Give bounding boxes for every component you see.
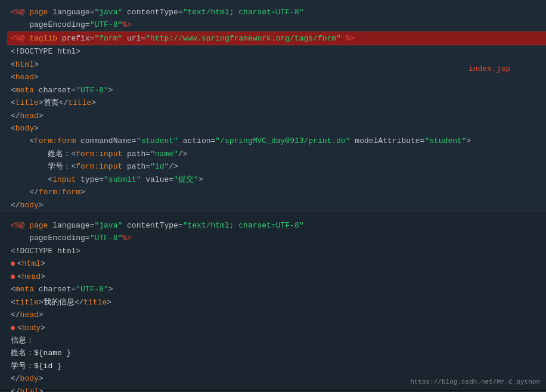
- code-token: "id": [150, 160, 169, 173]
- code-token: </: [11, 372, 20, 385]
- code-token: page: [29, 6, 48, 18]
- code-line: <meta charset="UTF-8">: [7, 84, 546, 97]
- code-line: <body>: [7, 322, 546, 334]
- code-token: title: [15, 296, 39, 309]
- code-token: >: [34, 122, 39, 135]
- code-token: >: [41, 257, 45, 270]
- code-token: <: [17, 322, 22, 334]
- code-token: body: [20, 199, 39, 211]
- code-token: >: [39, 199, 44, 211]
- code-token: form:input: [76, 148, 122, 160]
- code-line: pageEncoding="UTF-8"%>: [7, 232, 546, 244]
- code-token: %>: [122, 232, 132, 244]
- code-token: html: [22, 257, 41, 270]
- code-token: html: [15, 58, 34, 71]
- code-token: >: [107, 296, 111, 309]
- code-token: >: [39, 296, 44, 309]
- code-line: </body>: [7, 199, 546, 211]
- code-line: <body>: [7, 122, 546, 135]
- code-token: <: [71, 148, 76, 160]
- code-token: "name": [150, 148, 178, 160]
- code-token: 学号：: [48, 160, 71, 173]
- code-line: <input type="submit" value="提交">: [7, 173, 546, 186]
- code-token: 我的信息: [44, 296, 75, 309]
- code-line: 学号：<form:input path="id"/>: [7, 160, 546, 173]
- code-token: >: [39, 110, 44, 122]
- code-token: >: [108, 283, 113, 295]
- code-token: language=: [48, 6, 94, 18]
- code-token: <: [29, 135, 34, 147]
- code-line: <%@ page language="java" contentType="te…: [7, 6, 546, 18]
- code-token: <%@: [11, 34, 29, 43]
- code-token: head: [15, 71, 34, 83]
- code-line: 姓名：${name }: [7, 347, 546, 359]
- code-token: charset=: [34, 283, 76, 295]
- code-token: >: [91, 97, 96, 109]
- code-token: "UTF-8": [76, 84, 108, 97]
- code-token: <: [71, 160, 76, 173]
- code-token: </: [11, 110, 20, 122]
- code-token: <: [11, 283, 15, 295]
- code-token: pageEncoding=: [29, 232, 89, 244]
- code-token: meta: [15, 84, 34, 97]
- code-token: >: [34, 71, 39, 83]
- code-token: head: [20, 309, 39, 321]
- code-token: commandName=: [76, 135, 136, 147]
- bottom-panel: <%@ page language="java" contentType="te…: [0, 213, 546, 391]
- code-line: <title>我的信息</title>: [7, 296, 546, 309]
- code-token: "form": [94, 34, 122, 43]
- code-token: <%@: [11, 219, 29, 232]
- code-token: action=: [178, 135, 215, 147]
- code-token: head: [22, 270, 41, 283]
- code-token: body: [15, 122, 34, 135]
- code-token: contentType=: [122, 6, 182, 18]
- dot-indicator: [11, 326, 15, 330]
- code-token: "UTF-8": [76, 283, 108, 295]
- code-token: >: [39, 97, 44, 109]
- code-token: body: [22, 322, 41, 334]
- code-line: </form:form>: [7, 186, 546, 198]
- code-line: </head>: [7, 309, 546, 321]
- code-token: input: [52, 173, 76, 186]
- code-token: %>: [341, 34, 355, 43]
- code-line: 学号：${id }: [7, 360, 546, 372]
- code-line: <html>: [7, 257, 546, 270]
- code-token: <!DOCTYPE html>: [11, 245, 80, 257]
- code-line: </head>: [7, 110, 546, 122]
- code-token: </: [75, 296, 84, 309]
- code-token: body: [20, 372, 39, 385]
- bottom-code-block: <%@ page language="java" contentType="te…: [0, 217, 546, 392]
- code-token: "student": [424, 135, 466, 147]
- code-token: contentType=: [122, 219, 182, 232]
- code-line: <html>: [7, 58, 546, 71]
- code-token: >: [467, 135, 471, 147]
- code-token: <: [11, 97, 15, 109]
- code-token: 姓名：: [48, 148, 71, 160]
- code-token: taglib: [29, 34, 57, 43]
- code-token: %>: [122, 18, 132, 31]
- code-token: form:form: [34, 135, 76, 147]
- code-token: title: [15, 97, 39, 109]
- code-token: path=: [122, 160, 150, 173]
- code-token: title: [83, 296, 107, 309]
- watermark-text: https://blog.csdn.net/Mr_C_python: [410, 378, 540, 385]
- code-token: "student": [136, 135, 178, 147]
- code-token: <!DOCTYPE html>: [11, 45, 80, 58]
- code-line: <!DOCTYPE html>: [7, 245, 546, 257]
- code-token: "UTF-8": [90, 18, 123, 31]
- code-line: pageEncoding="UTF-8"%>: [7, 18, 546, 31]
- code-token: >: [80, 186, 85, 198]
- code-token: <: [11, 71, 15, 83]
- code-token: modelAttribute=: [350, 135, 425, 147]
- top-panel: <%@ page language="java" contentType="te…: [0, 0, 546, 213]
- code-token: head: [20, 110, 39, 122]
- code-token: >: [108, 84, 113, 97]
- code-token: <: [11, 58, 15, 71]
- code-token: >: [39, 372, 44, 385]
- code-token: "text/html; charset=UTF-8": [183, 6, 304, 18]
- code-token: >: [34, 58, 39, 71]
- code-token: "text/html; charset=UTF-8": [183, 219, 304, 232]
- code-line: <form:form commandName="student" action=…: [7, 135, 546, 147]
- code-token: pageEncoding=: [29, 18, 89, 31]
- code-token: prefix=: [57, 34, 94, 43]
